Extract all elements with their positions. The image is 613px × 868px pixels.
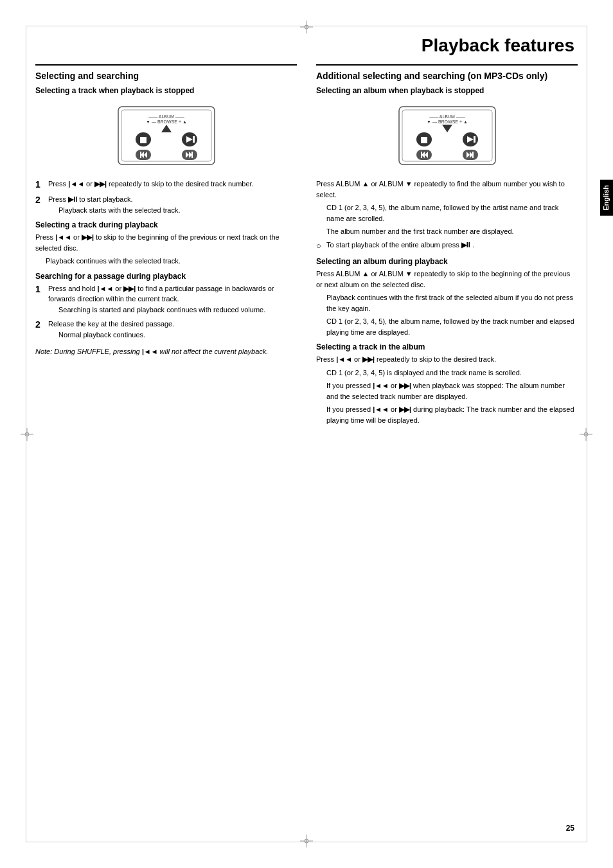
right-column: Additional selecting and searching (on M… [316,64,578,428]
crosshair-right-icon [580,428,592,441]
left-sub2-indent: Playback continues with the selected tra… [46,256,297,267]
svg-rect-43 [421,152,422,158]
left-sub2-text: Press |◄◄ or ▶▶| to skip to the beginnin… [35,232,297,253]
right-sub1-text: Press ALBUM ▲ or ALBUM ▼ repeatedly to f… [316,179,578,200]
svg-marker-34 [442,125,452,132]
left-sub1-title: Selecting a track when playback is stopp… [35,86,297,95]
svg-text:▼ — BROWSE + ▲: ▼ — BROWSE + ▲ [427,120,468,124]
left-sub2-title: Selecting a track during playback [35,220,297,229]
right-sub1-indent1: CD 1 (or 2, 3, 4, 5), the album name, fo… [326,202,578,224]
right-sub3-indent3: If you pressed |◄◄ or ▶▶| during playbac… [326,404,578,425]
left-note: Note: During SHUFFLE, pressing |◄◄ will … [35,346,297,357]
right-sub2-text: Press ALBUM ▲ or ALBUM ▼ repeatedly to s… [316,269,578,290]
right-sub2-title: Selecting an album during playback [316,257,578,266]
main-columns: Selecting and searching Selecting a trac… [35,64,578,428]
svg-rect-37 [421,137,427,143]
right-section-title: Additional selecting and searching (on M… [316,71,578,81]
left-search-step1: 1 Press and hold |◄◄ or ▶▶| to find a pa… [35,283,297,315]
right-sub2-indent2: CD 1 (or 2, 3, 4, 5), the album name, fo… [326,316,578,337]
svg-text:▼ — BROWSE + ▲: ▼ — BROWSE + ▲ [146,120,187,124]
page-title-area: Playback features [422,35,574,56]
right-sub1-title: Selecting an album when playback is stop… [316,86,578,95]
right-sub2-indent1: Playback continues with the first track … [326,292,578,314]
right-sub3-indent1: CD 1 (or 2, 3, 4, 5) is displayed and th… [326,368,578,378]
left-step2: 2 Press ▶II to start playback. Playback … [35,194,297,215]
right-sub3-title: Selecting a track in the album [316,342,578,351]
svg-rect-47 [472,152,474,158]
english-tab: English [600,180,613,216]
content-area: Selecting and searching Selecting a trac… [35,64,578,833]
svg-marker-16 [161,125,172,132]
crosshair-bottom-icon [300,835,313,847]
svg-rect-18 [140,137,147,143]
page-number: 25 [566,824,574,833]
left-search-step2: 2 Release the key at the desired passage… [35,319,297,340]
right-sub1-bullet: ○ To start playback of the entire album … [316,240,578,252]
crosshair-left-icon [21,428,33,441]
page-title: Playback features [422,35,574,55]
device-image-right: —— ALBUM —— ▼ — BROWSE + ▲ [389,100,505,171]
left-sub3-title: Searching for a passage during playback [35,272,297,281]
svg-text:—— ALBUM ——: —— ALBUM —— [148,114,184,119]
crosshair-top-icon [300,21,313,33]
left-step1: 1 Press |◄◄ or ▶▶| repeatedly to skip to… [35,179,297,190]
device-image-left: —— ALBUM —— ▼ — BROWSE + ▲ [109,100,224,171]
left-section-title: Selecting and searching [35,71,297,81]
svg-rect-28 [191,152,193,158]
right-sub1-indent2: The album number and the first track num… [326,226,578,237]
left-column: Selecting and searching Selecting a trac… [35,64,297,428]
svg-rect-40 [474,136,475,143]
svg-rect-21 [193,136,195,143]
right-sub3-text: Press |◄◄ or ▶▶| repeatedly to skip to t… [316,354,578,365]
svg-rect-24 [140,152,141,158]
right-sub3-indent2: If you pressed |◄◄ or ▶▶| when playback … [326,380,578,402]
svg-text:—— ALBUM ——: —— ALBUM —— [429,114,465,119]
